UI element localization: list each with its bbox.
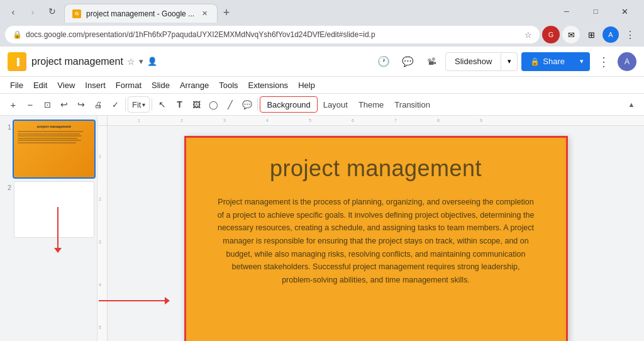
image-tool[interactable]: 🖼	[188, 96, 204, 113]
browser-menu-icon[interactable]: ⋮	[621, 26, 639, 43]
zoom-out-button[interactable]: −	[22, 96, 38, 113]
toolbar-divider-3	[257, 98, 258, 111]
transition-button[interactable]: Transition	[389, 96, 435, 113]
zoom-in-button[interactable]: +	[5, 96, 21, 113]
background-button[interactable]: Background	[260, 96, 317, 113]
menu-arrange[interactable]: Arrange	[175, 77, 214, 92]
slide-body[interactable]: Project management is the process of pla…	[216, 196, 536, 286]
thumb-line	[18, 133, 80, 135]
forward-button[interactable]: ›	[25, 3, 41, 20]
lock-icon: 🔒	[530, 57, 540, 66]
user-avatar[interactable]: A	[618, 52, 636, 71]
slide-panel: 1 project management 2	[0, 116, 97, 341]
slides-logo-icon: ▐	[8, 52, 26, 71]
slide-canvas[interactable]: project management Project management is…	[184, 136, 568, 341]
thumb-line	[18, 138, 77, 139]
share-label: Share	[543, 57, 565, 66]
toolbar-collapse-button[interactable]: ▲	[624, 97, 639, 112]
slide-item-1[interactable]: 1 project management	[3, 121, 94, 177]
zoom-dropdown-icon: ▾	[142, 101, 145, 108]
profile-icon[interactable]: 👤	[147, 57, 157, 66]
header-right: 🕐 💬 📽 Slideshow ▾ 🔒 Share ▾ ⋮ A	[374, 52, 636, 72]
slide-number-1: 1	[3, 121, 11, 131]
line-tool[interactable]: ╱	[222, 96, 238, 113]
back-button[interactable]: ‹	[5, 3, 21, 20]
shape-tool[interactable]: ◯	[205, 96, 221, 113]
comment-button[interactable]: 💬	[397, 52, 418, 72]
canvas-area: 1 2 3 4 5 6 7 8 9 1 2 3 4 5	[97, 116, 644, 341]
tab-title: project management - Google ...	[86, 9, 194, 18]
text-tool[interactable]: T	[171, 96, 187, 113]
slide-title[interactable]: project management	[209, 155, 543, 182]
menu-file[interactable]: File	[5, 77, 28, 92]
redo-button[interactable]: ↪	[73, 96, 89, 113]
theme-button[interactable]: Theme	[353, 96, 389, 113]
new-tab-button[interactable]: +	[218, 4, 235, 21]
lock-icon: 🔒	[13, 30, 22, 39]
extension-icon-2[interactable]: ✉	[562, 26, 580, 43]
tab-bar: G project management - Google ... ✕ +	[64, 0, 548, 23]
menu-help[interactable]: Help	[293, 77, 320, 92]
ruler-corner	[97, 116, 108, 126]
thumb-line	[18, 142, 76, 143]
window-controls: ─ □ ✕	[552, 0, 639, 23]
thumb-line	[18, 140, 81, 141]
menu-edit[interactable]: Edit	[28, 77, 52, 92]
menu-insert[interactable]: Insert	[80, 77, 111, 92]
history-button[interactable]: 🕐	[374, 52, 394, 72]
extension-icon-3[interactable]: ⊞	[582, 26, 600, 43]
toolbar-divider-1	[125, 98, 126, 111]
tab-favicon: G	[72, 9, 81, 18]
bookmark-icon[interactable]: ☆	[525, 30, 532, 40]
minimize-button[interactable]: ─	[552, 0, 581, 23]
app-title: project management	[31, 56, 123, 67]
cursor-tool[interactable]: ↖	[154, 96, 170, 113]
h-ruler: 1 2 3 4 5 6 7 8 9	[108, 116, 644, 126]
browser-controls: ‹ › ↻	[5, 3, 60, 20]
slide-number-2: 2	[3, 181, 11, 191]
insert-image-button[interactable]: ⊡	[39, 96, 55, 113]
layout-button[interactable]: Layout	[318, 96, 353, 113]
share-button[interactable]: 🔒 Share	[521, 52, 574, 71]
tab-close-icon[interactable]: ✕	[199, 9, 209, 19]
slideshow-button-group: Slideshow ▾	[445, 52, 518, 71]
thumb-line	[18, 131, 83, 132]
url-bar[interactable]: 🔒 docs.google.com/presentation/d/1hFh6fx…	[5, 26, 540, 43]
share-button-group: 🔒 Share ▾	[521, 52, 590, 71]
url-text: docs.google.com/presentation/d/1hFh6fxP7…	[26, 30, 521, 39]
slideshow-dropdown-button[interactable]: ▾	[501, 52, 518, 71]
slide-item-2[interactable]: 2	[3, 181, 94, 238]
menu-tools[interactable]: Tools	[214, 77, 243, 92]
maximize-button[interactable]: □	[581, 0, 610, 23]
menu-view[interactable]: View	[52, 77, 80, 92]
v-ruler: 1 2 3 4 5	[97, 126, 108, 341]
active-tab[interactable]: G project management - Google ... ✕	[64, 4, 218, 23]
slideshow-button[interactable]: Slideshow	[445, 52, 501, 71]
spell-check-button[interactable]: ✓	[107, 96, 123, 113]
extension-icon-1[interactable]: G	[542, 26, 560, 43]
menu-extensions[interactable]: Extensions	[243, 77, 294, 92]
zoom-value: Fit	[132, 100, 141, 109]
thumb-line	[18, 135, 82, 137]
thumb-title: project management	[37, 125, 71, 128]
close-window-button[interactable]: ✕	[610, 0, 639, 23]
extensions-area: G ✉ ⊞ A ⋮	[542, 26, 639, 43]
refresh-button[interactable]: ↻	[44, 3, 60, 20]
share-dropdown-button[interactable]: ▾	[574, 52, 590, 71]
star-icon[interactable]: ☆	[127, 57, 135, 67]
more-options-button[interactable]: ⋮	[594, 52, 614, 72]
canvas-scroll[interactable]: project management Project management is…	[108, 126, 644, 341]
app-logo: ▐	[8, 52, 26, 71]
slide-thumbnail-1[interactable]: project management	[14, 121, 94, 177]
menu-slide[interactable]: Slide	[147, 77, 175, 92]
move-icon[interactable]: ▾	[139, 57, 143, 66]
slide-thumbnail-2[interactable]	[14, 181, 94, 238]
print-button[interactable]: 🖨	[90, 96, 106, 113]
zoom-selector[interactable]: Fit ▾	[128, 96, 150, 113]
undo-button[interactable]: ↩	[56, 96, 72, 113]
present-button[interactable]: 📽	[421, 52, 441, 72]
profile-avatar[interactable]: A	[602, 26, 619, 43]
menu-format[interactable]: Format	[111, 77, 147, 92]
toolbar-divider-2	[152, 98, 152, 111]
comment-tool[interactable]: 💬	[239, 96, 255, 113]
